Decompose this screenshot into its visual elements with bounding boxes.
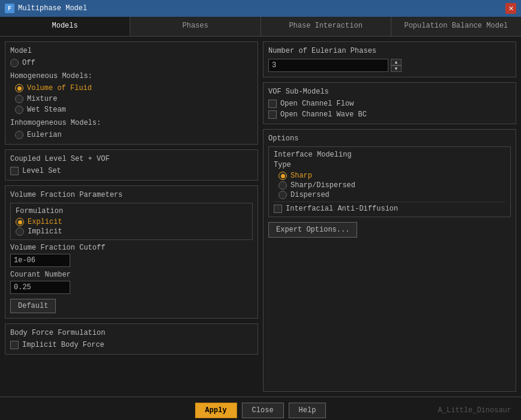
interfacial-anti-diffusion-label: Interfacial Anti-Diffusion: [286, 205, 398, 213]
model-off-radio[interactable]: [10, 59, 19, 67]
eulerian-phases-spinbox-row: ▲ ▼: [268, 59, 511, 72]
body-force-section: Body Force Formulation Implicit Body For…: [5, 323, 258, 355]
cutoff-input[interactable]: [10, 254, 70, 267]
help-button[interactable]: Help: [289, 403, 327, 418]
watermark-text: A_Little_Dinosaur: [438, 406, 511, 415]
window-title: Multiphase Model: [18, 4, 87, 13]
sharp-label: Sharp: [291, 172, 312, 180]
implicit-label: Implicit: [28, 227, 62, 236]
tab-bar: Models Phases Phase Interaction Populati…: [0, 17, 521, 37]
implicit-body-force-checkbox-item[interactable]: Implicit Body Force: [10, 341, 253, 349]
open-channel-flow-item[interactable]: Open Channel Flow: [268, 100, 511, 108]
eulerian-phases-input[interactable]: [268, 59, 388, 72]
model-mixture-label: Mixture: [27, 95, 57, 103]
model-mixture-item[interactable]: Mixture: [15, 95, 253, 103]
sharp-dispersed-label: Sharp/Dispersed: [291, 181, 355, 190]
title-bar: F Multiphase Model ✕: [0, 0, 521, 17]
explicit-radio-item[interactable]: Explicit: [16, 218, 247, 226]
model-section: Model Off Homogeneous Models: Volume of …: [5, 41, 258, 145]
model-vof-label: Volume of Fluid: [27, 84, 92, 92]
sharp-radio-item[interactable]: Sharp: [279, 172, 505, 180]
vof-sub-models-section: VOF Sub-Models Open Channel Flow Open Ch…: [263, 82, 516, 124]
tab-models[interactable]: Models: [0, 17, 130, 36]
open-channel-flow-label: Open Channel Flow: [280, 100, 354, 108]
sharp-dispersed-radio[interactable]: [279, 181, 287, 190]
cutoff-group: Volume Fraction Cutoff: [10, 244, 253, 267]
body-force-title: Body Force Formulation: [10, 329, 253, 337]
tab-population-balance-model[interactable]: Population Balance Model: [391, 17, 521, 36]
volume-fraction-section: Volume Fraction Parameters Formulation E…: [5, 185, 258, 319]
courant-label: Courant Number: [10, 271, 253, 279]
model-wet-steam-item[interactable]: Wet Steam: [15, 106, 253, 114]
explicit-radio[interactable]: [16, 218, 24, 226]
model-inhomogeneous-header: Inhomogeneous Models:: [10, 116, 253, 128]
default-button[interactable]: Default: [10, 299, 56, 313]
title-bar-left: F Multiphase Model: [5, 4, 87, 13]
right-panel: Number of Eulerian Phases ▲ ▼ VOF Sub-Mo…: [263, 41, 516, 392]
homogeneous-label: Homogeneous Models:: [10, 72, 92, 80]
interface-modeling-box: Interface Modeling Type Sharp Sharp/Disp…: [268, 146, 511, 217]
implicit-body-force-label: Implicit Body Force: [22, 341, 104, 349]
options-title: Options: [268, 134, 511, 143]
model-wet-steam-label: Wet Steam: [27, 106, 66, 114]
courant-input[interactable]: [10, 281, 70, 294]
level-set-label: Level Set: [22, 167, 61, 175]
spinbox-up-button[interactable]: ▲: [391, 59, 402, 65]
formulation-box: Formulation Explicit Implicit: [10, 203, 253, 240]
vof-sub-models-checkboxes: Open Channel Flow Open Channel Wave BC: [268, 100, 511, 119]
apply-button[interactable]: Apply: [195, 403, 237, 418]
coupled-level-set-section: Coupled Level Set + VOF Level Set: [5, 149, 258, 181]
spinbox-buttons: ▲ ▼: [391, 59, 402, 72]
interfacial-anti-diffusion-item[interactable]: Interfacial Anti-Diffusion: [274, 205, 505, 213]
close-window-button[interactable]: ✕: [505, 3, 516, 14]
options-section: Options Interface Modeling Type Sharp Sh…: [263, 129, 516, 392]
implicit-radio-item[interactable]: Implicit: [16, 227, 247, 236]
level-set-checkbox[interactable]: [10, 167, 19, 175]
left-panel: Model Off Homogeneous Models: Volume of …: [5, 41, 258, 392]
model-vof-item[interactable]: Volume of Fluid: [15, 84, 253, 92]
dispersed-radio[interactable]: [279, 191, 287, 199]
sharp-radio[interactable]: [279, 172, 287, 180]
bottom-buttons: Apply Close Help: [177, 403, 345, 418]
main-content: Model Off Homogeneous Models: Volume of …: [0, 37, 521, 397]
bottom-bar: Apply Close Help A_Little_Dinosaur: [0, 397, 521, 420]
interfacial-anti-diffusion-checkbox[interactable]: [274, 205, 282, 213]
model-off-item[interactable]: Off: [10, 59, 253, 67]
formulation-label: Formulation: [16, 207, 247, 215]
implicit-radio[interactable]: [16, 227, 24, 236]
spinbox-down-button[interactable]: ▼: [391, 65, 402, 72]
model-section-title: Model: [10, 47, 253, 55]
type-label: Type: [274, 161, 505, 169]
implicit-body-force-checkbox[interactable]: [10, 341, 19, 349]
inhomogeneous-label: Inhomogeneous Models:: [10, 119, 101, 127]
coupled-level-set-title: Coupled Level Set + VOF: [10, 155, 253, 163]
close-button[interactable]: Close: [242, 403, 284, 418]
model-eulerian-label: Eulerian: [27, 131, 62, 139]
cutoff-label: Volume Fraction Cutoff: [10, 244, 253, 252]
sharp-dispersed-radio-item[interactable]: Sharp/Dispersed: [279, 181, 505, 190]
open-channel-wave-bc-item[interactable]: Open Channel Wave BC: [268, 110, 511, 119]
expert-options-button[interactable]: Expert Options...: [268, 222, 357, 238]
open-channel-wave-bc-checkbox[interactable]: [268, 110, 277, 119]
volume-fraction-title: Volume Fraction Parameters: [10, 191, 253, 199]
model-eulerian-item[interactable]: Eulerian: [15, 131, 253, 139]
level-set-checkbox-item[interactable]: Level Set: [10, 167, 253, 175]
tab-phases[interactable]: Phases: [130, 17, 260, 36]
eulerian-phases-section: Number of Eulerian Phases ▲ ▼: [263, 41, 516, 77]
app-icon: F: [5, 4, 14, 13]
model-wet-steam-radio[interactable]: [15, 106, 23, 114]
model-off-label: Off: [22, 59, 35, 67]
eulerian-phases-title: Number of Eulerian Phases: [268, 47, 511, 55]
model-radio-group: Off Homogeneous Models: Volume of Fluid …: [10, 59, 253, 139]
open-channel-flow-checkbox[interactable]: [268, 100, 277, 108]
vof-sub-models-title: VOF Sub-Models: [268, 88, 511, 96]
tab-phase-interaction[interactable]: Phase Interaction: [261, 17, 391, 36]
courant-group: Courant Number: [10, 271, 253, 294]
model-mixture-radio[interactable]: [15, 95, 23, 103]
open-channel-wave-bc-label: Open Channel Wave BC: [280, 110, 367, 119]
interface-modeling-label: Interface Modeling: [274, 151, 505, 159]
model-vof-radio[interactable]: [15, 84, 23, 92]
model-homogeneous-header: Homogeneous Models:: [10, 70, 253, 82]
model-eulerian-radio[interactable]: [15, 131, 23, 139]
dispersed-radio-item[interactable]: Dispersed: [279, 191, 505, 199]
